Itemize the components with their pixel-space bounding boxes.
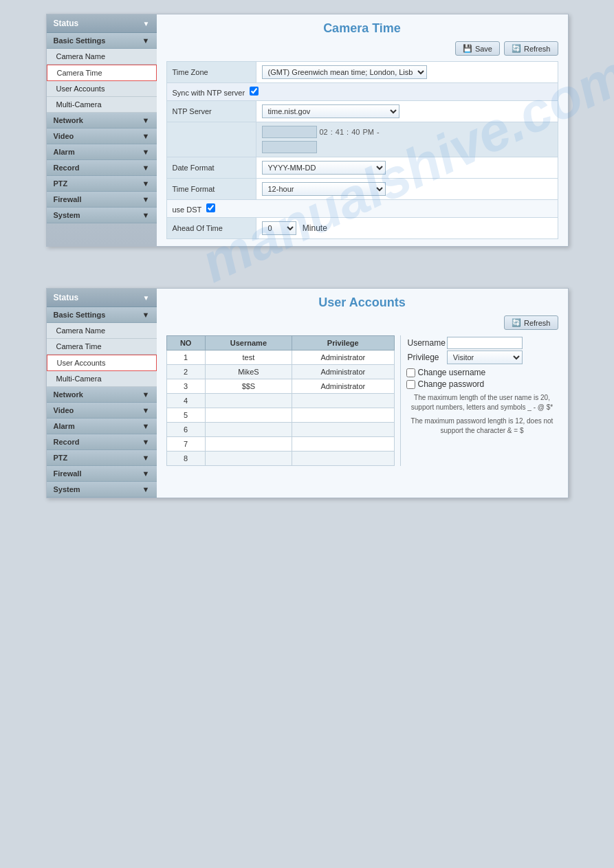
chevron-down-icon: ▼ [142,211,150,219]
sidebar-ptz-header[interactable]: PTZ ▼ [47,176,157,192]
sidebar-firewall-label: Firewall [54,195,82,203]
change-password-checkbox[interactable] [406,380,415,389]
sidebar-firewall-header[interactable]: Firewall ▼ [47,192,157,208]
table-row[interactable]: 3$$SAdministrator [166,379,394,394]
cell-no: 5 [166,408,205,423]
sidebar2-item-multi-camera[interactable]: Multi-Camera [47,371,157,387]
sidebar2-firewall-header[interactable]: Firewall ▼ [47,466,157,482]
ntp-sync-checkbox[interactable] [250,87,259,96]
sidebar-item-camera-name[interactable]: Camera Name [47,49,157,65]
time-display-row: 02 : 41 : 40 PM - [166,122,558,157]
col-no-header: NO [166,336,205,350]
sidebar2-ptz-header[interactable]: PTZ ▼ [47,450,157,466]
toolbar-2: 🔄 Refresh [166,315,558,330]
username-input-cell [447,337,523,349]
ahead-of-time-value-cell: 0 Minute [256,218,558,239]
date-format-value-cell: YYYY-MM-DD [256,157,558,179]
sidebar-status-header[interactable]: Status ▼ [47,14,157,33]
time-format-value-cell: 12-hour [256,179,558,200]
table-row[interactable]: 4 [166,394,394,408]
ntp-server-row: NTP Server time.nist.gov [166,101,558,122]
sidebar-basic-settings-header[interactable]: Basic Settings ▼ [47,33,157,49]
privilege-label: Privilege [408,350,446,364]
sidebar2-alarm-header[interactable]: Alarm ▼ [47,419,157,434]
sidebar-alarm-header[interactable]: Alarm ▼ [47,144,157,160]
dst-label: use DST [166,200,558,218]
dst-checkbox[interactable] [206,203,215,212]
sidebar-item-multi-camera[interactable]: Multi-Camera [47,97,157,113]
ntp-server-select[interactable]: time.nist.gov [262,104,399,118]
date-format-select[interactable]: YYYY-MM-DD [262,161,386,175]
sidebar-video-header[interactable]: Video ▼ [47,129,157,144]
time-zone-value-cell: (GMT) Greenwich mean time; London, Lisbo… [256,62,558,83]
sidebar2-item-camera-name[interactable]: Camera Name [47,323,157,339]
content-split: NO Username Privilege 1testAdministrator… [166,335,558,466]
ntp-sync-row: Sync with NTP server [166,83,558,101]
cell-username [205,423,292,437]
refresh-icon: 🔄 [512,44,521,53]
sidebar2-video-header[interactable]: Video ▼ [47,403,157,419]
settings-form: Time Zone (GMT) Greenwich mean time; Lon… [166,61,558,239]
time-format-select[interactable]: 12-hour [262,182,386,196]
save-button[interactable]: 💾 Save [455,41,500,56]
sidebar2-system-label: System [54,485,80,493]
cell-no: 2 [166,365,205,379]
sidebar2-video-label: Video [54,406,74,414]
table-row[interactable]: 1testAdministrator [166,350,394,365]
date-input-2[interactable] [262,141,317,153]
cell-no: 6 [166,423,205,437]
sidebar2-network-header[interactable]: Network ▼ [47,387,157,403]
cell-privilege: Administrator [292,350,394,365]
sidebar-network-header[interactable]: Network ▼ [47,113,157,129]
cell-no: 4 [166,394,205,408]
sidebar2-status-header[interactable]: Status ▼ [47,289,157,307]
ntp-server-label: NTP Server [166,101,256,122]
chevron-down-icon: ▼ [143,20,150,27]
refresh-button-2[interactable]: 🔄 Refresh [504,315,558,330]
sidebar-record-header[interactable]: Record ▼ [47,160,157,176]
sidebar-video-label: Video [54,132,74,140]
ahead-of-time-row: Ahead Of Time 0 Minute [166,218,558,239]
time-zone-select[interactable]: (GMT) Greenwich mean time; London, Lisbo… [262,65,427,79]
table-row[interactable]: 8 [166,452,394,466]
chevron-down-icon: ▼ [142,422,150,430]
page-title-2: User Accounts [166,296,558,310]
table-row[interactable]: 2MikeSAdministrator [166,365,394,379]
table-row[interactable]: 5 [166,408,394,423]
sidebar2-ptz-label: PTZ [54,454,68,462]
chevron-down-icon: ▼ [142,36,150,45]
refresh-button[interactable]: 🔄 Refresh [504,41,558,56]
col-privilege-header: Privilege [292,336,394,350]
sidebar-item-camera-time[interactable]: Camera Time [47,65,157,81]
sidebar: Status ▼ Basic Settings ▼ Camera Name Ca… [47,14,157,246]
table-row[interactable]: 7 [166,437,394,452]
sidebar-system-header[interactable]: System ▼ [47,208,157,223]
date-format-label: Date Format [166,157,256,179]
chevron-down-icon: ▼ [142,406,150,414]
cell-username [205,437,292,452]
note-1: The maximum length of the user name is 2… [406,393,558,412]
privilege-select[interactable]: Visitor [447,350,523,364]
camera-time-panel: Status ▼ Basic Settings ▼ Camera Name Ca… [46,14,569,247]
sidebar2-firewall-label: Firewall [54,469,82,478]
username-input[interactable] [447,337,523,349]
cell-username [205,408,292,423]
sidebar2-basic-settings-header[interactable]: Basic Settings ▼ [47,307,157,323]
ahead-of-time-select[interactable]: 0 [262,221,296,235]
sidebar2-system-header[interactable]: System ▼ [47,482,157,498]
date-input[interactable] [262,126,317,138]
sidebar2-record-header[interactable]: Record ▼ [47,434,157,450]
save-icon: 💾 [463,44,472,53]
chevron-down-icon: ▼ [142,179,150,188]
table-row[interactable]: 6 [166,423,394,437]
cell-no: 3 [166,379,205,394]
cell-privilege [292,437,394,452]
sidebar-network-label: Network [54,116,83,124]
change-username-checkbox[interactable] [406,368,415,377]
chevron-down-icon: ▼ [142,485,150,493]
chevron-down-icon: ▼ [142,195,150,203]
sidebar2-item-user-accounts[interactable]: User Accounts [47,355,157,371]
time-format-label: Time Format [166,179,256,200]
sidebar2-item-camera-time[interactable]: Camera Time [47,339,157,355]
sidebar-item-user-accounts[interactable]: User Accounts [47,81,157,97]
